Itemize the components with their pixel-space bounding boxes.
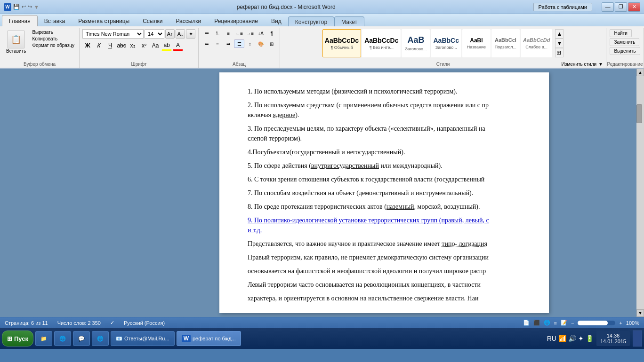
paste-button[interactable]: 📋 Вставить [3, 29, 29, 55]
tab-review[interactable]: Рецензирование [208, 15, 265, 26]
subscript-button[interactable]: х₂ [128, 40, 138, 51]
language-info[interactable]: Русский (Россия) [124, 320, 165, 326]
tray-network-icon[interactable]: 📶 [558, 335, 566, 342]
tray-ru-icon[interactable]: RU [547, 335, 556, 342]
scroll-up-button[interactable]: ▲ [636, 69, 644, 76]
highlight-button[interactable]: ab [161, 40, 172, 51]
link-line-9[interactable]: 9. По политико-идеологической установке … [248, 217, 489, 224]
tab-view[interactable]: Вид [265, 15, 288, 26]
scroll-track[interactable] [636, 76, 644, 309]
change-case-button[interactable]: Аа [150, 40, 161, 51]
justify-button[interactable]: ☰ [234, 39, 244, 48]
align-right-button[interactable]: ➡ [223, 39, 233, 48]
quick-undo[interactable]: ↩ [22, 4, 26, 10]
close-button[interactable]: ✕ [628, 2, 640, 12]
tab-constructor[interactable]: Конструктор [288, 16, 334, 26]
doc-page[interactable]: 1. По используемым методам (физический и… [219, 72, 549, 313]
align-center-button[interactable]: ≡ [212, 39, 223, 48]
style-title-preview: AaBl [470, 37, 483, 44]
style-heading2[interactable]: AaBbCc Заголово... [431, 29, 461, 57]
show-desktop-button[interactable] [633, 331, 642, 346]
replace-button[interactable]: Заменить [610, 38, 639, 46]
bold-button[interactable]: Ж [82, 40, 93, 51]
styles-arrows: ▲ ▼ ⊞ [555, 29, 564, 57]
style-subtitle[interactable]: AaBbCcl Подзагол... [491, 29, 520, 57]
shading-button[interactable]: 🎨 [256, 39, 266, 48]
system-clock[interactable]: 14:36 14.01.2015 [596, 331, 630, 346]
numbering-button[interactable]: 1. [212, 29, 223, 38]
minimize-button[interactable]: — [602, 2, 614, 12]
strikethrough-button[interactable]: abc [116, 40, 127, 51]
tray-speaker-icon[interactable]: 🔊 [568, 335, 576, 342]
superscript-button[interactable]: х² [139, 40, 149, 51]
select-button[interactable]: Выделить [610, 47, 640, 55]
style-normal[interactable]: AaBbCcDc ¶ Обычный [322, 29, 361, 57]
link-itd[interactable]: и т.д. [248, 227, 262, 234]
taskbar-app-mail-ru[interactable]: 📧 Ответы@Mail.Ru... [111, 331, 175, 346]
tray-battery-icon[interactable]: 🔋 [586, 335, 594, 342]
view-print-icon[interactable]: 📄 [523, 320, 530, 326]
clipboard-group: 📋 Вставить Вырезать Копировать Формат по… [0, 28, 80, 68]
start-button[interactable]: ⊞ Пуск [2, 331, 33, 346]
decrease-indent-button[interactable]: ←≡ [234, 29, 244, 38]
tray-bluetooth-icon[interactable]: ✦ [578, 335, 584, 342]
font-name-select[interactable]: Times New Roman [82, 29, 144, 39]
style-title[interactable]: AaBl Название [462, 29, 491, 57]
tab-mailings[interactable]: Рассылки [169, 15, 208, 26]
styles-scroll-down[interactable]: ▼ [555, 39, 564, 48]
quick-dropdown[interactable]: ▼ [34, 4, 39, 10]
font-shrink-button[interactable]: A↓ [176, 29, 185, 39]
styles-expand[interactable]: ⊞ [555, 48, 564, 57]
clear-format-button[interactable]: ✦ [186, 29, 195, 39]
align-left-button[interactable]: ⬅ [201, 39, 212, 48]
taskbar-app-word[interactable]: W реферат по бжд... [177, 331, 241, 346]
zoom-plus-button[interactable]: + [619, 320, 622, 326]
taskbar-app-ie[interactable]: 🌐 [54, 331, 71, 346]
view-fullscreen-icon[interactable]: ⬛ [533, 320, 540, 326]
editing-buttons: Найти Заменить Выделить [610, 29, 640, 67]
style-subtle[interactable]: AaBbCcDd Слабое в... [521, 29, 552, 57]
taskbar-app-mail[interactable]: 💬 [73, 331, 90, 346]
zoom-level[interactable]: 100% [626, 320, 639, 326]
doc-line-6: 6. С точки зрения отношения субъектов к … [248, 174, 521, 184]
font-size-select[interactable]: 14 [145, 29, 164, 39]
view-draft-icon[interactable]: 📝 [561, 320, 567, 326]
line-spacing-button[interactable]: ↕ [245, 39, 255, 48]
copy-button[interactable]: Копировать [30, 36, 76, 42]
quick-redo[interactable]: ↪ [28, 4, 32, 10]
style-subtle-label: Слабое в... [525, 45, 547, 49]
show-formatting-button[interactable]: ¶ [266, 29, 277, 38]
style-heading1[interactable]: AaB Заголово... [402, 29, 430, 57]
tab-home[interactable]: Главная [2, 15, 38, 26]
zoom-minus-button[interactable]: − [571, 320, 574, 326]
styles-scroll-up[interactable]: ▲ [555, 29, 564, 39]
spellcheck-icon[interactable]: ✓ [110, 320, 114, 326]
scroll-down-button[interactable]: ▼ [636, 309, 644, 317]
view-web-icon[interactable]: 🌐 [544, 320, 550, 326]
taskbar-app-explorer[interactable]: 📁 [35, 331, 52, 346]
sort-button[interactable]: ↕A [256, 29, 266, 38]
tab-insert[interactable]: Вставка [38, 15, 72, 26]
tab-page-layout[interactable]: Разметка страницы [72, 15, 136, 26]
view-outline-icon[interactable]: ≡ [554, 320, 557, 326]
restore-button[interactable]: ❐ [615, 2, 627, 12]
scroll-thumb[interactable] [636, 104, 642, 123]
tab-layout[interactable]: Макет [334, 16, 364, 26]
increase-indent-button[interactable]: →≡ [245, 29, 255, 38]
italic-button[interactable]: К [94, 40, 104, 51]
quick-save[interactable]: 💾 [13, 4, 20, 10]
style-no-spacing[interactable]: AaBbCcDc ¶ Без инте... [362, 29, 401, 57]
font-grow-button[interactable]: A↑ [165, 29, 175, 39]
cut-button[interactable]: Вырезать [30, 29, 76, 35]
taskbar-app-chrome[interactable]: 🌐 [92, 331, 109, 346]
format-painter-button[interactable]: Формат по образцу [30, 42, 76, 48]
underline-button[interactable]: Ч [105, 40, 115, 51]
zoom-slider[interactable] [578, 321, 615, 325]
find-button[interactable]: Найти [610, 29, 632, 37]
font-color-button[interactable]: А [173, 40, 183, 51]
bullets-button[interactable]: ☰ [201, 29, 212, 38]
multilevel-list-button[interactable]: ≡ [223, 29, 233, 38]
tab-references[interactable]: Ссылки [136, 15, 169, 26]
borders-button[interactable]: ⊞ [266, 39, 277, 48]
dotted-tipologizacia: типо- логизация [442, 240, 487, 247]
